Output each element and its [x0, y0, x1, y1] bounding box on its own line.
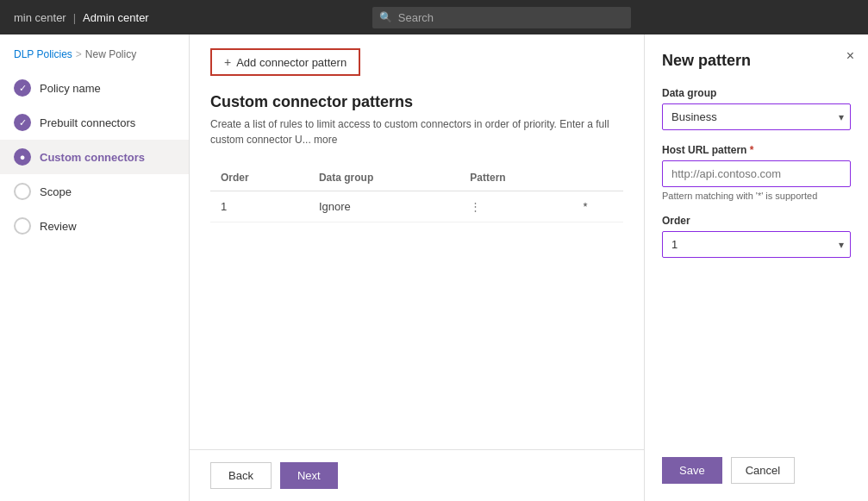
breadcrumb-parent[interactable]: DLP Policies: [14, 48, 72, 60]
data-group-label: Data group: [662, 87, 851, 99]
section-description: Create a list of rules to limit access t…: [210, 116, 623, 147]
panel-footer: Save Cancel: [662, 440, 851, 484]
sidebar-item-policy-name[interactable]: ✓ Policy name: [0, 71, 189, 105]
cell-dots[interactable]: ⋮: [459, 191, 572, 222]
order-select[interactable]: 1 2 3: [662, 231, 851, 258]
panel-title: New pattern: [662, 52, 851, 70]
order-label: Order: [662, 215, 851, 227]
order-field: Order 1 2 3 ▾: [662, 215, 851, 258]
sidebar-label-custom: Custom connectors: [40, 151, 145, 164]
main-layout: DLP Policies > New Policy ✓ Policy name …: [0, 34, 868, 501]
next-button[interactable]: Next: [280, 462, 338, 489]
order-select-wrap: 1 2 3 ▾: [662, 231, 851, 258]
content-footer: Back Next: [190, 449, 644, 501]
sidebar-item-scope[interactable]: Scope: [0, 174, 189, 209]
breadcrumb-current: New Policy: [85, 48, 136, 60]
search-bar: 🔍: [372, 7, 631, 28]
cell-order: 1: [210, 191, 309, 222]
table-row: 1 Ignore ⋮ *: [210, 191, 623, 222]
add-connector-pattern-button[interactable]: + Add connector pattern: [210, 48, 360, 76]
topbar: min center | Admin center 🔍: [0, 0, 868, 34]
step-icon-scope: [14, 183, 31, 200]
search-icon: 🔍: [379, 11, 392, 23]
step-icon-prebuilt: ✓: [14, 114, 31, 131]
host-url-hint: Pattern matching with '*' is supported: [662, 191, 851, 201]
sidebar-item-review[interactable]: Review: [0, 209, 189, 243]
col-header-order: Order: [210, 165, 309, 191]
step-icon-custom: ●: [14, 148, 31, 166]
host-url-input[interactable]: [662, 160, 851, 187]
sidebar-label-policy-name: Policy name: [40, 82, 101, 95]
cell-pattern: *: [573, 191, 623, 222]
col-header-datagroup: Data group: [309, 165, 459, 191]
step-icon-policy-name: ✓: [14, 79, 31, 97]
add-btn-label: Add connector pattern: [236, 56, 347, 69]
sidebar-label-prebuilt: Prebuilt connectors: [40, 116, 135, 129]
data-group-field: Data group Business No business justific…: [662, 87, 851, 130]
sidebar-item-custom-connectors[interactable]: ● Custom connectors: [0, 140, 189, 174]
app-title: min center | Admin center: [14, 11, 149, 24]
sidebar-label-review: Review: [40, 220, 77, 233]
required-indicator: *: [750, 144, 754, 156]
col-header-actions: [573, 165, 623, 191]
section-title: Custom connector patterns: [210, 93, 623, 111]
breadcrumb-sep: >: [76, 48, 82, 60]
data-group-select[interactable]: Business No business justification Ignor…: [662, 103, 851, 130]
save-button[interactable]: Save: [662, 457, 722, 484]
admin-label: Admin center: [83, 11, 149, 24]
content-area: + Add connector pattern Custom connector…: [190, 34, 644, 449]
patterns-table: Order Data group Pattern 1 Ignore ⋮ *: [210, 165, 623, 222]
new-pattern-panel: New pattern × Data group Business No bus…: [644, 34, 868, 501]
search-input[interactable]: [372, 7, 631, 28]
cancel-button[interactable]: Cancel: [731, 457, 795, 484]
data-group-select-wrap: Business No business justification Ignor…: [662, 103, 851, 130]
close-panel-button[interactable]: ×: [846, 48, 854, 64]
sidebar-label-scope: Scope: [40, 185, 72, 198]
row-actions-icon[interactable]: ⋮: [470, 200, 482, 213]
back-button[interactable]: Back: [210, 462, 272, 489]
plus-icon: +: [224, 55, 231, 69]
host-url-label: Host URL pattern *: [662, 144, 851, 156]
step-icon-review: [14, 217, 31, 235]
breadcrumb: DLP Policies > New Policy: [0, 41, 189, 71]
app-name: min center: [14, 11, 66, 24]
col-header-pattern: Pattern: [459, 165, 572, 191]
content-wrapper: + Add connector pattern Custom connector…: [190, 34, 644, 501]
cell-datagroup: Ignore: [309, 191, 459, 222]
title-separator: |: [73, 11, 76, 24]
sidebar-item-prebuilt-connectors[interactable]: ✓ Prebuilt connectors: [0, 105, 189, 140]
host-url-field: Host URL pattern * Pattern matching with…: [662, 144, 851, 201]
sidebar: DLP Policies > New Policy ✓ Policy name …: [0, 34, 190, 501]
